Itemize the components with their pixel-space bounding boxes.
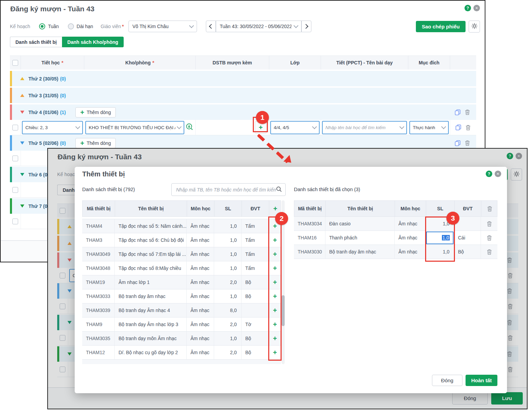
day-row[interactable]: Thứ 2 (30/05)(0)	[10, 71, 476, 86]
room-select[interactable]: KHO THIẾT BỊ TRƯỜNG TIỂU HỌC ĐẠI AN B	[85, 121, 184, 134]
collapse-triangle-icon[interactable]	[20, 77, 24, 80]
device-search-input[interactable]: Nhập mã TB, tên TB hoặc môn học để tìm k…	[171, 183, 286, 196]
day-row[interactable]: Thứ 4 (01/06)(1)+Thêm dòng	[10, 104, 476, 120]
remove-device-button[interactable]	[481, 217, 497, 231]
checkbox[interactable]	[12, 60, 18, 66]
radio-longterm[interactable]: Dài hạn	[68, 23, 93, 29]
collapse-triangle-icon[interactable]	[67, 225, 72, 228]
checkbox[interactable]	[60, 273, 65, 278]
column-header-label: SL	[225, 206, 231, 211]
checkbox[interactable]	[60, 335, 65, 341]
next-week-button[interactable]	[301, 21, 311, 32]
day-row[interactable]: Thứ 3 (31/05)(0)	[10, 88, 476, 103]
copy-row-button[interactable]	[455, 140, 461, 146]
checkbox[interactable]	[12, 187, 18, 193]
purpose-select-value: Thực hành	[413, 125, 435, 130]
expand-triangle-icon[interactable]	[67, 259, 72, 262]
column-header: Mã thiết bị	[83, 201, 115, 216]
qty-input[interactable]: 1,0	[426, 232, 454, 244]
add-device-row-button[interactable]: +	[269, 261, 281, 275]
delete-row-button[interactable]	[465, 140, 470, 146]
export-device-icon[interactable]	[186, 123, 194, 132]
tab-room-list[interactable]: Danh sách Kho/phòng	[62, 37, 124, 47]
device-code: THAM3	[82, 233, 115, 247]
copy-slip-button[interactable]: Sao chép phiếu	[416, 21, 466, 32]
checkbox[interactable]	[60, 208, 65, 214]
partial-row	[82, 360, 281, 364]
modal-close-icon[interactable]: ✕	[495, 171, 501, 177]
selected-device-table: Mã thiết bịTên thiết bịMôn họcSLĐVTTHAM3…	[294, 200, 497, 259]
device-unit: Tờ	[242, 318, 269, 331]
help-icon[interactable]: ?	[465, 5, 471, 11]
add-line-button[interactable]: +Thêm dòng	[75, 107, 116, 117]
delete-row-button[interactable]	[508, 303, 513, 309]
delete-row-button[interactable]	[508, 273, 513, 278]
add-line-button[interactable]: +Thêm dòng	[75, 138, 116, 148]
settings-button[interactable]	[469, 21, 480, 33]
settings-button[interactable]	[511, 169, 522, 181]
expand-triangle-icon[interactable]	[20, 204, 24, 208]
scrollbar-thumb[interactable]	[282, 295, 285, 326]
modal-finish-button[interactable]: Hoàn tất	[466, 375, 497, 386]
expand-triangle-icon[interactable]	[20, 141, 24, 145]
copy-row-button[interactable]	[455, 109, 461, 115]
expand-triangle-icon[interactable]	[20, 111, 24, 114]
collapse-triangle-icon[interactable]	[67, 242, 72, 245]
purpose-select[interactable]: Thực hành	[409, 121, 449, 134]
device-subject: Âm nhạc	[395, 245, 426, 259]
delete-row-button[interactable]	[507, 320, 512, 325]
select-all-checkbox-cell	[57, 204, 68, 218]
selected-device-row: THAM16Thanh pháchÂm nhạc1,0Cái	[294, 231, 497, 245]
remove-device-button[interactable]	[481, 231, 497, 245]
add-device-row-button[interactable]: +	[269, 289, 281, 303]
device-code: THAM3034	[294, 217, 325, 231]
checkbox[interactable]	[12, 219, 18, 224]
help-icon[interactable]: ?	[507, 153, 513, 159]
checkbox[interactable]	[12, 156, 18, 161]
device-code: THAM3035	[82, 332, 115, 345]
tab-device-list[interactable]: Danh sách thiết bị	[10, 37, 62, 47]
device-unit: Tấm	[242, 219, 269, 233]
device-list-row: THAM3033Bộ tranh dạy âm nhạcÂm nhạc1,0Bộ…	[82, 289, 281, 303]
expand-triangle-icon[interactable]	[67, 321, 72, 324]
add-device-row-button[interactable]: +	[269, 332, 281, 345]
close-icon[interactable]: ✕	[473, 5, 480, 11]
delete-row-button[interactable]	[507, 257, 512, 263]
week-select[interactable]: Tuần 43: 30/05/2022 - 05/06/2022	[216, 21, 301, 32]
expand-triangle-icon[interactable]	[67, 289, 72, 293]
add-device-row-button[interactable]: +	[269, 303, 281, 317]
checkbox[interactable]	[60, 303, 65, 309]
add-device-row-button[interactable]: +	[269, 275, 281, 289]
expand-triangle-icon[interactable]	[20, 173, 24, 176]
device-code: THAM3039	[82, 303, 115, 317]
copy-row-button[interactable]	[455, 124, 461, 131]
add-device-row-button[interactable]: +	[269, 247, 281, 261]
checkbox[interactable]	[12, 125, 18, 131]
delete-row-button[interactable]	[466, 125, 471, 131]
lesson-select[interactable]: Nhập tên bài học để tìm kiếm	[322, 121, 407, 134]
checkbox[interactable]	[60, 366, 65, 372]
class-select[interactable]: 4/4, 4/5	[270, 121, 320, 134]
radio-week[interactable]: Tuần	[39, 23, 59, 29]
delete-row-button[interactable]	[507, 351, 512, 357]
save-button[interactable]: Lưu	[491, 392, 523, 405]
delete-row-button[interactable]	[508, 366, 513, 372]
delete-row-button[interactable]	[465, 109, 470, 115]
delete-row-button[interactable]	[507, 288, 512, 294]
session-select[interactable]: Chiều: 2, 3	[22, 121, 83, 134]
prev-week-button[interactable]	[206, 21, 216, 32]
close-button[interactable]: Đóng	[452, 392, 488, 405]
collapse-triangle-icon[interactable]	[20, 94, 24, 97]
modal-help-icon[interactable]: ?	[486, 171, 492, 177]
expand-triangle-icon[interactable]	[67, 352, 72, 356]
add-device-row-button[interactable]: +	[269, 318, 281, 331]
add-device-row-button[interactable]: +	[269, 346, 281, 359]
chevron-down-icon	[75, 124, 80, 129]
add-device-row-button[interactable]: +	[269, 233, 281, 247]
modal-close-button[interactable]: Đóng	[432, 375, 462, 386]
delete-row-button[interactable]	[508, 335, 513, 341]
day-color-bar	[57, 252, 59, 268]
close-icon[interactable]: ✕	[516, 153, 522, 159]
remove-device-button[interactable]	[481, 245, 497, 259]
teacher-select[interactable]: Võ Thị Kim Châu	[128, 21, 197, 32]
